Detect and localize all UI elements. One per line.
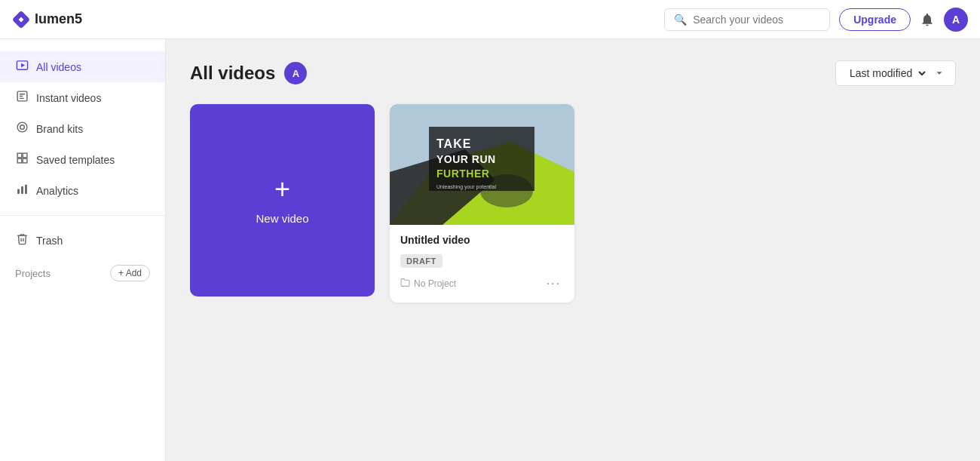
sort-select[interactable]: Last modified Date created Alphabetical: [847, 66, 928, 80]
upgrade-button[interactable]: Upgrade: [839, 8, 911, 31]
logo-icon: [12, 11, 30, 29]
svg-rect-6: [17, 153, 22, 158]
sidebar-item-label-all-videos: All videos: [36, 61, 81, 73]
sidebar-item-label-analytics: Analytics: [36, 185, 78, 197]
sidebar-item-trash[interactable]: Trash: [0, 225, 165, 256]
svg-marker-2: [21, 63, 25, 68]
sidebar-item-analytics[interactable]: Analytics: [0, 175, 165, 206]
sidebar-item-label-brand-kits: Brand kits: [36, 123, 83, 135]
plus-icon: +: [274, 176, 290, 203]
topnav: lumen5 🔍 Upgrade A: [0, 0, 980, 39]
sidebar-item-label-saved-templates: Saved templates: [36, 154, 115, 166]
sidebar-divider: [0, 215, 165, 216]
svg-point-4: [17, 122, 27, 132]
svg-text:TAKE: TAKE: [436, 137, 471, 150]
more-options-button[interactable]: ···: [544, 275, 564, 292]
folder-svg-icon: [400, 278, 410, 287]
chevron-down-icon: [934, 68, 945, 78]
notification-button[interactable]: [920, 12, 935, 27]
trash-icon: [15, 232, 29, 248]
instant-videos-icon: [15, 90, 29, 106]
sort-dropdown[interactable]: Last modified Date created Alphabetical: [835, 60, 956, 86]
projects-section: Projects + Add: [0, 259, 165, 287]
page-title-area: All videos A: [190, 62, 307, 85]
sidebar-item-instant-videos[interactable]: Instant videos: [0, 82, 165, 113]
layout: All videos Instant videos Brand kits Sav…: [0, 39, 980, 461]
saved-templates-icon: [15, 152, 29, 167]
draft-badge: DRAFT: [400, 254, 443, 268]
search-icon: 🔍: [674, 14, 687, 26]
logo[interactable]: lumen5: [12, 11, 82, 29]
sidebar: All videos Instant videos Brand kits Sav…: [0, 39, 166, 461]
add-project-button[interactable]: + Add: [110, 265, 150, 281]
sidebar-item-saved-templates[interactable]: Saved templates: [0, 144, 165, 175]
bell-icon: [920, 12, 935, 27]
all-videos-icon: [15, 59, 29, 75]
sidebar-item-label-trash: Trash: [36, 235, 63, 247]
brand-kits-icon: [15, 121, 29, 137]
user-avatar-button[interactable]: A: [944, 8, 968, 32]
page-header: All videos A Last modified Date created …: [190, 60, 956, 86]
video-card: TAKE YOUR RUN FURTHER Unleashing your po…: [390, 104, 574, 303]
svg-rect-11: [21, 186, 23, 194]
svg-rect-7: [23, 153, 27, 158]
new-video-card[interactable]: + New video: [190, 104, 375, 297]
video-footer: No Project ···: [400, 275, 564, 292]
thumbnail-graphic: TAKE YOUR RUN FURTHER Unleashing your po…: [390, 104, 574, 225]
topnav-right: 🔍 Upgrade A: [664, 8, 968, 32]
search-input[interactable]: [693, 14, 820, 26]
video-grid: + New video: [190, 104, 956, 303]
new-video-label: New video: [256, 212, 308, 225]
svg-rect-12: [25, 185, 27, 194]
main-content: All videos A Last modified Date created …: [166, 39, 980, 461]
projects-label: Projects: [15, 268, 51, 279]
analytics-icon: [15, 183, 29, 198]
folder-icon: [400, 278, 410, 290]
sidebar-item-label-instant-videos: Instant videos: [36, 92, 101, 104]
sidebar-item-brand-kits[interactable]: Brand kits: [0, 113, 165, 144]
logo-text: lumen5: [35, 11, 82, 27]
svg-text:FURTHER: FURTHER: [436, 167, 489, 180]
svg-rect-9: [23, 158, 27, 163]
svg-rect-10: [17, 189, 20, 194]
svg-point-5: [20, 125, 24, 130]
no-project-label: No Project: [414, 278, 456, 289]
page-title: All videos: [190, 63, 275, 84]
search-box: 🔍: [664, 8, 830, 31]
svg-text:YOUR RUN: YOUR RUN: [436, 153, 496, 165]
svg-rect-8: [17, 158, 22, 163]
sidebar-item-all-videos[interactable]: All videos: [0, 51, 165, 82]
video-info: Untitled video DRAFT No Project ···: [390, 225, 574, 303]
video-title: Untitled video: [400, 234, 564, 246]
page-user-avatar: A: [284, 62, 307, 85]
svg-text:Unleashing your potential: Unleashing your potential: [436, 184, 496, 190]
video-thumbnail[interactable]: TAKE YOUR RUN FURTHER Unleashing your po…: [390, 104, 574, 225]
no-project: No Project: [400, 278, 456, 290]
